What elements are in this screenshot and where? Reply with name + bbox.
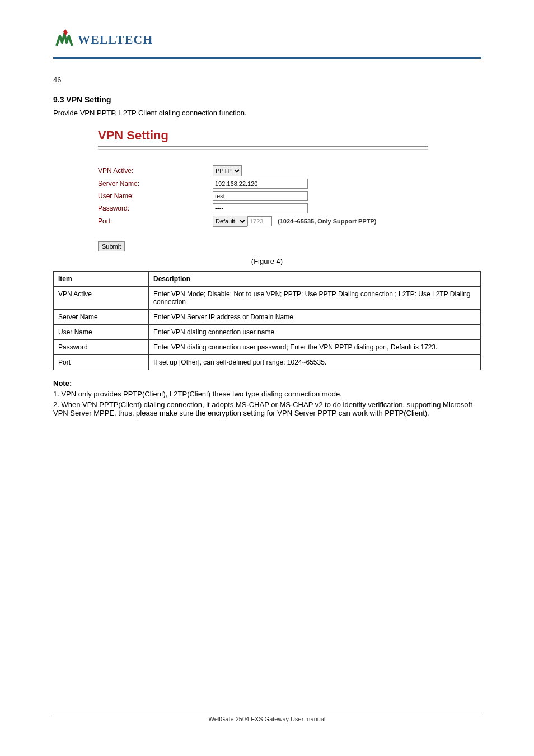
table-header-desc: Description [149, 272, 481, 287]
table-header-item: Item [54, 272, 149, 287]
note-line: 1. VPN only provides PPTP(Client), L2TP(… [53, 390, 481, 398]
vpn-active-select[interactable]: PPTP [213, 165, 242, 176]
password-label: Password: [98, 204, 213, 212]
port-hint: (1024~65535, Only Support PPTP) [278, 218, 376, 225]
port-mode-select[interactable]: Default [213, 216, 247, 227]
table-row: Port If set up [Other], can self-defined… [54, 355, 481, 370]
welltech-logo-icon [53, 28, 77, 52]
table-row: VPN Active Enter VPN Mode; Disable: Not … [54, 287, 481, 310]
user-name-label: User Name: [98, 192, 213, 200]
vpn-title: VPN Setting [98, 128, 428, 147]
port-label: Port: [98, 217, 213, 225]
submit-button[interactable]: Submit [98, 241, 125, 251]
section-description: Provide VPN PPTP, L2TP Client dialing co… [53, 109, 481, 117]
password-input[interactable] [213, 203, 308, 213]
note-line: 2. When VPN PPTP(Client) dialing connect… [53, 400, 481, 417]
figure-caption: (Figure 4) [53, 257, 481, 265]
vpn-setting-screenshot: VPN Setting VPN Active: PPTP Server Name… [98, 128, 428, 251]
page-number: 46 [53, 76, 481, 84]
notes-title: Note: [53, 379, 481, 388]
user-name-input[interactable] [213, 191, 308, 201]
parameters-table: Item Description VPN Active Enter VPN Mo… [53, 271, 481, 370]
notes-section: Note: 1. VPN only provides PPTP(Client),… [53, 379, 481, 417]
vpn-active-label: VPN Active: [98, 167, 213, 175]
table-row: Password Enter VPN dialing connection us… [54, 340, 481, 355]
port-input[interactable] [247, 216, 272, 226]
server-name-label: Server Name: [98, 180, 213, 188]
section-title: 9.3 VPN Setting [53, 95, 481, 104]
logo-text: WELLTECH [78, 32, 153, 47]
table-row: User Name Enter VPN dialing connection u… [54, 325, 481, 340]
table-row: Server Name Enter VPN Server IP address … [54, 310, 481, 325]
logo: WELLTECH [53, 28, 534, 52]
footer-text: WellGate 2504 FXS Gateway User manual [53, 716, 481, 722]
footer-divider [53, 713, 481, 713]
server-name-input[interactable] [213, 179, 308, 189]
